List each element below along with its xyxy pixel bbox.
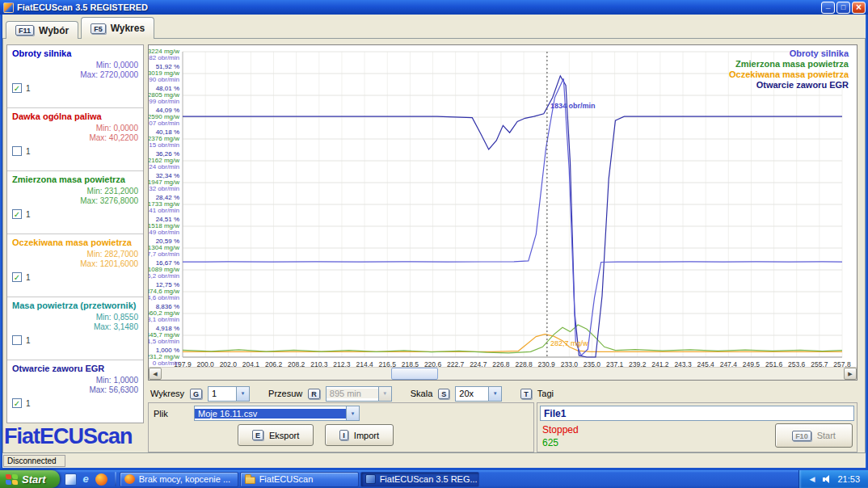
tab-key-f5: F5 [91, 23, 106, 34]
chevron-down-icon[interactable] [488, 387, 501, 401]
parameter-name: Dawka ogólna paliwa [12, 111, 138, 122]
series-toggle-row: 1 [12, 335, 138, 345]
sample-counter: 625 [542, 437, 558, 448]
chevron-down-icon[interactable] [236, 387, 249, 401]
taskbar-button-label: FiatECUScan 3.5 REG... [380, 474, 478, 484]
app-logo: FiatECUScan [4, 424, 133, 449]
start-menu-button[interactable]: Start [0, 470, 60, 488]
series-checkbox[interactable] [12, 209, 22, 219]
y-tick-rpm: 2682 obr/min [149, 54, 179, 61]
series-checkbox[interactable] [12, 398, 22, 408]
show-desktop-icon[interactable] [65, 473, 77, 486]
chart-controls: Wykresy G 1 Przesuw R 895 min Skala S 20… [150, 385, 857, 402]
cursor-mgw-label: 282,7 mg/w [550, 339, 588, 347]
series-checkbox-label: 1 [26, 147, 31, 156]
ie-icon[interactable] [80, 473, 92, 486]
series-toggle-row: 1 [12, 83, 138, 93]
y-tick-rpm: 383,1 obr/min [149, 316, 179, 323]
taskbar-button[interactable]: Brak mocy, kopcenie ... [120, 472, 238, 487]
scroll-left-icon[interactable] [149, 368, 162, 380]
start-button-f10[interactable]: F10 Start [775, 423, 853, 448]
y-tick-rpm: 2299 obr/min [149, 98, 179, 105]
y-tick-rpm: 2107 obr/min [149, 120, 179, 127]
y-tick-rpm: 1532 obr/min [149, 185, 179, 192]
status-text: Stopped [542, 424, 579, 435]
tab-wybor-label: Wybór [39, 25, 69, 36]
file-select[interactable]: Moje 16.11.csv [194, 406, 360, 421]
taskbar-button[interactable]: FiatECUScan 3.5 REG... [360, 472, 479, 487]
key-e: E [252, 430, 263, 440]
series-checkbox[interactable] [12, 335, 22, 345]
titlebar: FiatECUScan 3.5 REGISTERED [0, 0, 868, 15]
shift-select: 895 min [326, 386, 392, 402]
parameter-group: Dawka ogólna paliwaMin: 0,0000Max: 40,22… [7, 108, 143, 171]
key-t: T [520, 389, 532, 399]
folder-icon [245, 477, 255, 484]
min-value: Min: 1,0000 [12, 376, 138, 385]
y-tick-rpm: 0 obr/min [153, 360, 179, 367]
scroll-right-icon[interactable] [844, 368, 857, 380]
y-tick-rpm: 191,5 obr/min [149, 338, 179, 345]
tab-wybor[interactable]: F11 Wybór [6, 21, 78, 39]
file-name-input[interactable]: File1 [540, 406, 854, 421]
run-group: File1 Stopped 625 F10 Start [537, 402, 857, 452]
series-line-pct [183, 76, 842, 357]
parameter-name: Zmierzona masa powietrza [12, 175, 138, 185]
graph-count-select[interactable]: 1 [208, 386, 250, 402]
series-checkbox[interactable] [12, 83, 22, 93]
connection-status: Disconnected [3, 455, 65, 467]
eksport-button-label: Eksport [269, 431, 299, 440]
tab-wykres[interactable]: F5 Wykres [81, 17, 154, 39]
scale-select[interactable]: 20x [455, 386, 502, 402]
max-value: Max: 2720,0000 [12, 70, 138, 80]
tab-key-f11: F11 [15, 25, 34, 36]
file-group: Plik Moje 16.11.csv E Eksport I Import [148, 402, 534, 452]
chart-svg: 197,9200,0202,0204,1206,2208,2210,3212,3… [149, 45, 857, 368]
key-s: S [438, 389, 449, 399]
scrollbar-thumb[interactable] [391, 368, 438, 380]
chart-panel: 197,9200,0202,0204,1206,2208,2210,3212,3… [148, 44, 857, 381]
media-player-icon[interactable] [95, 473, 107, 486]
eksport-button[interactable]: E Eksport [238, 424, 314, 446]
taskbar: Start Brak mocy, kopcenie ...FiatECUScan… [0, 470, 868, 488]
import-button-label: Import [354, 431, 379, 440]
parameter-group: Obroty silnikaMin: 0,0000Max: 2720,00001 [7, 45, 143, 108]
scale-value: 20x [456, 389, 488, 398]
tagi-label: Tagi [537, 389, 554, 398]
start-menu-label: Start [22, 473, 46, 486]
taskbar-divider [115, 472, 116, 486]
sidebar: Obroty silnikaMin: 0,0000Max: 2720,00001… [6, 44, 144, 423]
volume-icon[interactable] [822, 474, 832, 485]
close-button[interactable] [852, 2, 866, 14]
series-line-rpm [183, 78, 842, 355]
chevron-down-icon[interactable] [346, 406, 359, 420]
series-checkbox[interactable] [12, 146, 22, 156]
app-icon [3, 2, 14, 13]
hidden-icons-chevron-icon[interactable] [807, 474, 817, 485]
quick-launch [60, 473, 112, 486]
clock: 21:53 [837, 474, 860, 484]
maximize-button[interactable] [836, 2, 850, 14]
series-checkbox-label: 1 [26, 84, 31, 93]
parameter-name: Obroty silnika [12, 48, 138, 59]
series-line-mgw [183, 334, 842, 352]
wykresy-label: Wykresy [150, 389, 184, 398]
parameter-group: Masa powietrza (przetwornik)Min: 0,8550M… [7, 297, 143, 360]
parameter-group: Oczekiwana masa powietrzaMin: 282,7000Ma… [7, 234, 143, 297]
minimize-button[interactable] [821, 2, 835, 14]
taskbar-button[interactable]: FiatECUScan [240, 472, 359, 487]
series-checkbox-label: 1 [26, 399, 31, 408]
y-tick-rpm: 2490 obr/min [149, 76, 179, 83]
skala-label: Skala [411, 389, 433, 398]
series-checkbox[interactable] [12, 272, 22, 282]
firefox-icon [124, 474, 135, 484]
y-tick-rpm: 1915 obr/min [149, 141, 179, 149]
chart-scrollbar[interactable] [149, 367, 857, 380]
series-toggle-row: 1 [12, 146, 138, 156]
parameter-group: Otwarcie zaworu EGRMin: 1,0000Max: 56,63… [7, 360, 143, 423]
min-value: Min: 0,0000 [12, 124, 138, 133]
series-toggle-row: 1 [12, 272, 138, 282]
series-line-mgw [183, 325, 842, 353]
import-button[interactable]: I Import [325, 424, 394, 446]
max-value: Max: 40,2200 [12, 133, 138, 143]
